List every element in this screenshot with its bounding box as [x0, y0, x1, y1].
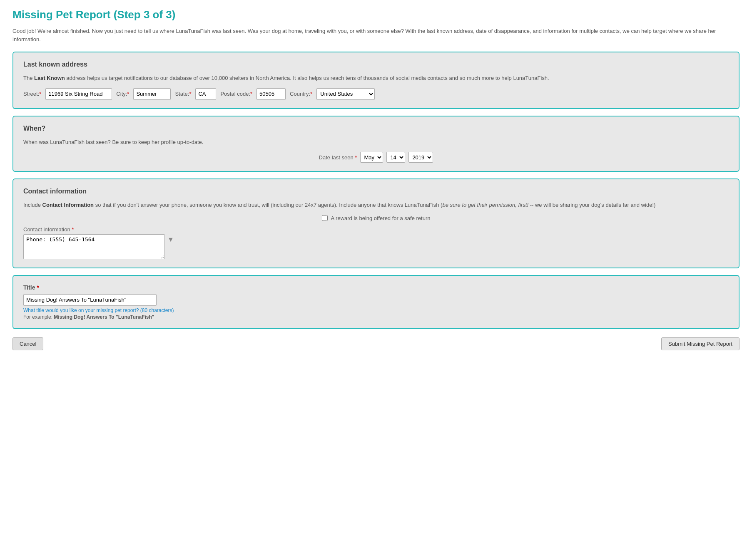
reward-checkbox[interactable]	[322, 215, 328, 221]
contact-info-textarea[interactable]: Phone: (555) 645-1564	[23, 234, 165, 259]
title-example: For example: Missing Dog! Answers To "Lu…	[23, 314, 729, 320]
contact-input-row: Phone: (555) 645-1564 ▼	[23, 234, 729, 259]
cancel-button[interactable]: Cancel	[12, 337, 43, 350]
postal-input[interactable]	[256, 88, 286, 100]
contact-info-block: Contact information * Phone: (555) 645-1…	[23, 226, 729, 259]
street-input[interactable]	[45, 88, 112, 100]
country-label: Country:*	[290, 91, 312, 97]
postal-label: Postal code:*	[220, 91, 252, 97]
page-title: Missing Pet Report (Step 3 of 3)	[12, 8, 740, 21]
year-select[interactable]: 2015201620172018 201920202021	[408, 152, 433, 163]
date-row: Date last seen * JanFebMarApr MayJunJulA…	[23, 152, 729, 163]
reward-row: A reward is being offered for a safe ret…	[23, 215, 729, 221]
contact-section-title: Contact information	[23, 188, 729, 195]
day-select[interactable]: 12345 678910 11121314 1516171819 2021222…	[386, 152, 405, 163]
contact-description: Include Contact Information so that if y…	[23, 201, 729, 209]
footer: Cancel Submit Missing Pet Report	[12, 337, 740, 350]
title-hint: What title would you like on your missin…	[23, 307, 729, 313]
expand-icon[interactable]: ▼	[167, 236, 174, 243]
when-section: When? When was LunaTunaFish last seen? B…	[12, 116, 740, 172]
submit-button[interactable]: Submit Missing Pet Report	[661, 337, 740, 350]
address-description: The Last Known address helps us target n…	[23, 74, 729, 82]
when-section-title: When?	[23, 125, 729, 132]
address-section: Last known address The Last Known addres…	[12, 52, 740, 109]
date-label: Date last seen *	[319, 154, 357, 161]
title-input[interactable]	[23, 294, 157, 306]
address-section-title: Last known address	[23, 61, 729, 68]
country-select[interactable]: United States Canada Mexico	[316, 88, 375, 100]
street-label: Street:*	[23, 91, 41, 97]
month-select[interactable]: JanFebMarApr MayJunJulAug SepOctNovDec	[360, 152, 383, 163]
state-label: State:*	[175, 91, 191, 97]
reward-label: A reward is being offered for a safe ret…	[331, 215, 431, 221]
contact-section: Contact information Include Contact Info…	[12, 178, 740, 268]
title-section: Title * What title would you like on you…	[12, 275, 740, 329]
address-row: Street:* City:* State:* Postal code:* Co…	[23, 88, 729, 100]
title-field-label: Title *	[23, 284, 39, 291]
city-input[interactable]	[133, 88, 171, 100]
city-label: City:*	[116, 91, 129, 97]
state-input[interactable]	[195, 88, 216, 100]
contact-info-label: Contact information *	[23, 226, 729, 233]
page-description: Good job! We're almost finished. Now you…	[12, 27, 740, 43]
when-description: When was LunaTunaFish last seen? Be sure…	[23, 138, 729, 146]
